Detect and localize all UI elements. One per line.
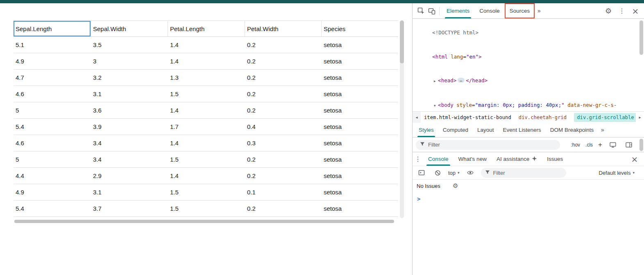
- computed-sidebar-toggle-icon[interactable]: [624, 140, 634, 150]
- table-row: 5 3.4 1.5 0.2 setosa: [14, 151, 398, 168]
- console-settings-gear-icon[interactable]: ⚙: [450, 180, 461, 191]
- inline-expand-button[interactable]: …: [458, 78, 465, 83]
- grid-header-row: Sepal.Length Sepal.Width Petal.Length Pe…: [14, 20, 398, 37]
- pane-tab-computed[interactable]: Computed: [438, 123, 473, 137]
- console-filter-input[interactable]: [492, 169, 562, 176]
- grid-vertical-scrollbar-thumb[interactable]: [400, 20, 404, 63]
- table-cell-value: 1.3: [170, 74, 179, 81]
- table-cell-value: setosa: [324, 156, 342, 163]
- styles-scrollbar-thumb[interactable]: [639, 139, 643, 151]
- column-header-species[interactable]: Species: [322, 21, 398, 36]
- table-cell-value: 5.1: [16, 41, 24, 48]
- table-cell-value: 0.3: [247, 140, 256, 147]
- table-cell: 4.4: [14, 168, 91, 184]
- code-token: <!DOCTYPE html>: [432, 29, 478, 36]
- styles-pane-tab-bar: Styles Computed Layout Event Listeners D…: [413, 123, 644, 138]
- live-expression-eye-icon[interactable]: [465, 167, 476, 178]
- table-row: 4.7 3.2 1.3 0.2 setosa: [14, 70, 398, 86]
- table-cell-value: 3.4: [93, 156, 102, 163]
- drawer-tab-issues[interactable]: Issues: [542, 152, 568, 166]
- table-cell-value: 0.2: [247, 41, 256, 48]
- drawer-menu-icon[interactable]: ⋮: [413, 154, 423, 165]
- tab-label: Event Listeners: [503, 127, 541, 133]
- table-cell-value: 3.1: [93, 90, 102, 97]
- breadcrumb-item-html-widget-static-bound[interactable]: item.html-widget-static-bound: [424, 115, 511, 120]
- device-toolbar-icon[interactable]: [426, 6, 437, 16]
- breadcrumb-div-grid-scrollable[interactable]: div.grid-scrollable: [574, 113, 636, 122]
- devtools-tab-sources[interactable]: Sources: [505, 3, 535, 18]
- dom-tree-line[interactable]: <html lang="en">: [413, 45, 644, 68]
- code-line: <body style="margin: 0px; padding: 40px;…: [438, 102, 617, 108]
- dom-tree-line[interactable]: ▸<head>…</head>: [413, 68, 644, 93]
- toggle-class-button[interactable]: .cls: [585, 142, 593, 148]
- execution-context-selector[interactable]: top ▾: [448, 170, 460, 176]
- column-header-petal-width[interactable]: Petal.Width: [245, 21, 322, 36]
- caret-down-icon: ▾: [458, 171, 460, 175]
- table-cell-value: 3.7: [93, 205, 102, 212]
- issues-row: No Issues ⚙: [413, 180, 644, 192]
- table-cell: 3.2: [91, 70, 168, 86]
- pane-tab-dom-breakpoints[interactable]: DOM Breakpoints: [546, 123, 599, 137]
- settings-gear-icon[interactable]: ⚙: [603, 6, 614, 16]
- table-cell: 1.4: [168, 135, 245, 151]
- devtools-tab-console[interactable]: Console: [474, 3, 505, 18]
- table-cell-value: 4.6: [16, 90, 24, 97]
- grid-horizontal-scrollbar-thumb[interactable]: [14, 220, 394, 223]
- column-header-sepal-length[interactable]: Sepal.Length: [14, 21, 91, 36]
- elements-scrollbar-thumb[interactable]: [639, 20, 643, 55]
- new-style-rule-icon[interactable]: +: [598, 141, 602, 148]
- filter-funnel-icon: [485, 170, 490, 176]
- drawer-tab-what-s-new[interactable]: What's new: [454, 152, 492, 166]
- grid-vertical-scrollbar[interactable]: [400, 20, 404, 218]
- drawer-tab-console[interactable]: Console: [423, 152, 454, 166]
- table-cell: setosa: [322, 201, 398, 216]
- code-token: data-new-gr-c-s-: [565, 102, 617, 108]
- dom-tree-line[interactable]: <!DOCTYPE html>: [413, 21, 644, 45]
- rendering-emulation-icon[interactable]: [608, 140, 618, 150]
- table-row: 5.4 3.9 1.7 0.4 setosa: [14, 119, 398, 135]
- expand-arrow-icon[interactable]: ▸: [434, 77, 438, 85]
- inspect-element-icon[interactable]: [416, 6, 426, 16]
- console-filter[interactable]: [481, 168, 566, 178]
- grid-body: 5.1 3.5 1.4 0.2 setosa 4.9 3 1.4 0.2 set…: [14, 37, 398, 217]
- table-cell-value: 1.4: [170, 41, 179, 48]
- table-cell-value: setosa: [324, 107, 342, 114]
- devtools-tab-elements[interactable]: Elements: [442, 3, 474, 18]
- table-cell: 4.9: [14, 53, 91, 69]
- table-cell: 5: [14, 102, 91, 118]
- breadcrumb-scroll-left-icon[interactable]: ◂: [413, 112, 421, 123]
- close-devtools-icon[interactable]: ×: [630, 6, 641, 16]
- expand-arrow-icon[interactable]: ▾: [434, 102, 438, 110]
- more-pane-tabs-icon[interactable]: »: [598, 126, 607, 134]
- table-cell-value: 5: [16, 156, 19, 163]
- styles-filter[interactable]: [416, 140, 560, 150]
- table-cell: setosa: [322, 184, 398, 200]
- table-cell: setosa: [322, 119, 398, 135]
- drawer-tab-ai-assistance[interactable]: AI assistance: [492, 152, 542, 166]
- tab-label: What's new: [458, 156, 487, 162]
- column-header-petal-length[interactable]: Petal.Length: [168, 21, 245, 36]
- console-sidebar-icon[interactable]: [416, 167, 427, 178]
- table-cell: 1.7: [168, 119, 245, 135]
- clear-console-icon[interactable]: [432, 167, 443, 178]
- close-drawer-icon[interactable]: ×: [629, 154, 640, 165]
- toggle-element-state-button[interactable]: :hov: [571, 142, 580, 148]
- devtools-toolbar-right: ⚙ ⋮ ×: [603, 6, 644, 16]
- table-cell-value: setosa: [324, 140, 342, 147]
- issues-status[interactable]: No Issues: [417, 183, 440, 189]
- breadcrumb-div-cheetah-grid[interactable]: div.cheetah-grid: [519, 115, 567, 120]
- styles-filter-input[interactable]: [427, 141, 556, 148]
- column-header-sepal-width[interactable]: Sepal.Width: [91, 21, 168, 36]
- table-row: 5.4 3.7 1.5 0.2 setosa: [14, 201, 398, 217]
- pane-tab-event-listeners[interactable]: Event Listeners: [499, 123, 546, 137]
- console-prompt[interactable]: >: [413, 192, 644, 202]
- table-cell-value: setosa: [324, 172, 342, 179]
- pane-tab-styles[interactable]: Styles: [414, 123, 438, 137]
- log-levels-selector[interactable]: Default levels ▾: [599, 170, 640, 176]
- more-options-icon[interactable]: ⋮: [617, 6, 627, 16]
- dom-tree-line[interactable]: ▾<body style="margin: 0px; padding: 40px…: [413, 93, 644, 111]
- more-tabs-icon[interactable]: »: [535, 7, 543, 15]
- pane-tab-layout[interactable]: Layout: [473, 123, 499, 137]
- browser-top-strip: [0, 0, 644, 3]
- breadcrumb-scroll-right-icon[interactable]: ▸: [636, 112, 644, 123]
